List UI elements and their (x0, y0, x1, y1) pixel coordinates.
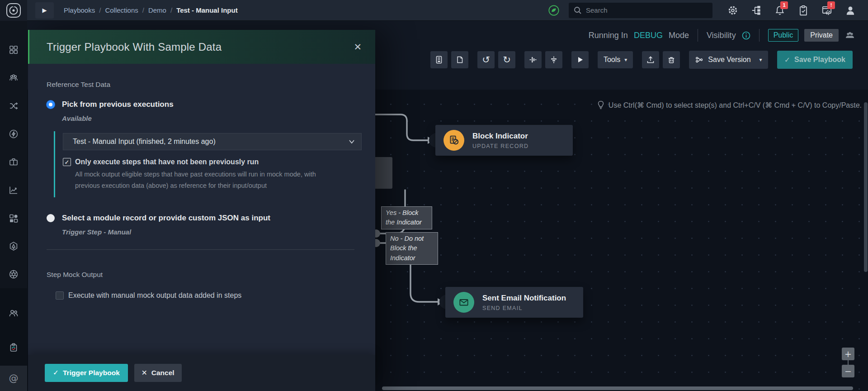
execution-select-value: Test - Manual Input (finished, 2 minutes… (73, 138, 216, 146)
cancel-button[interactable]: ✕ Cancel (134, 364, 182, 382)
global-search (569, 3, 712, 18)
previous-execution-section: Test - Manual Input (finished, 2 minutes… (54, 131, 354, 197)
system-settings-icon[interactable]: ! (821, 5, 833, 16)
checkbox-checked-icon[interactable]: ✓ (63, 158, 71, 166)
checkbox-mock-output[interactable]: Execute with manual mock output data add… (56, 291, 354, 300)
at-icon: @ (9, 373, 19, 384)
modal-title: Trigger Playbook With Sample Data (47, 41, 354, 53)
node-subtitle: UPDATE RECORD (472, 143, 528, 149)
trigger-step-manual-label: Trigger Step - Manual (62, 228, 354, 236)
dashboard-icon (8, 44, 19, 55)
sidebar-item-connectors[interactable] (0, 232, 27, 260)
notifications-bell-icon[interactable]: 1 (774, 5, 786, 16)
sidebar-item-mentions[interactable]: @ (0, 366, 27, 391)
recycle-bin-icon (8, 342, 19, 353)
send-email-icon (453, 292, 474, 313)
edge-label-yes[interactable]: Yes - Block the Indicator (381, 206, 432, 229)
sidebar-item-playbooks[interactable] (0, 92, 27, 120)
app-logo[interactable] (0, 0, 27, 21)
close-icon: ✕ (142, 369, 147, 377)
zoom-controls: + − (842, 348, 854, 377)
trigger-playbook-button-label: Trigger Playbook (63, 369, 120, 377)
available-label: Available (62, 114, 354, 122)
close-icon[interactable]: ✕ (354, 42, 362, 52)
radio-unselected-icon[interactable] (47, 214, 55, 222)
plus-icon: + (844, 349, 852, 359)
collapse-panel-button[interactable]: ▶ (35, 2, 54, 19)
breadcrumb: Playbooks / Collections / Demo / Test - … (64, 6, 238, 14)
node-title: Block Indicator (472, 132, 528, 141)
checkbox-help-text: All mock output eligible steps that have… (75, 169, 341, 191)
update-record-icon (443, 130, 464, 151)
section-divider (47, 249, 354, 250)
user-avatar-icon[interactable] (844, 5, 856, 16)
radio-selected-icon[interactable] (47, 100, 55, 109)
sidebar-item-automation[interactable] (0, 120, 27, 148)
sidebar-item-widgets[interactable] (0, 204, 27, 232)
wheel-icon (8, 269, 19, 280)
breadcrumb-collections[interactable]: Collections (105, 6, 138, 14)
tasks-clipboard-icon[interactable] (797, 5, 809, 16)
modal-header: Trigger Playbook With Sample Data ✕ (28, 30, 375, 64)
crowd-icon (8, 72, 19, 83)
radio-module-record[interactable]: Select a module record or provide custom… (47, 214, 354, 223)
users-icon (8, 308, 19, 319)
briefcase-icon (8, 157, 19, 167)
minus-icon: − (844, 366, 852, 376)
checkbox-mock-output-label: Execute with manual mock output data add… (68, 291, 241, 300)
partially-hidden-step[interactable] (375, 157, 392, 189)
node-title: Sent Email Notification (482, 294, 566, 303)
breadcrumb-separator: / (99, 6, 101, 14)
trigger-playbook-modal: Trigger Playbook With Sample Data ✕ Refe… (28, 30, 375, 391)
sidebar-item-settings-wheel[interactable] (0, 260, 27, 288)
sidebar-item-reports[interactable] (0, 176, 27, 204)
vertical-scrollbar[interactable] (864, 102, 868, 272)
notification-badge: 1 (780, 1, 788, 9)
breadcrumb-demo[interactable]: Demo (148, 6, 166, 14)
check-icon: ✓ (53, 369, 59, 377)
search-input[interactable] (569, 3, 712, 18)
modal-footer: ✓ Trigger Playbook ✕ Cancel (28, 355, 375, 391)
breadcrumb-current: Test - Manual Input (176, 6, 238, 14)
radio-previous-executions[interactable]: Pick from previous executions (47, 100, 354, 109)
step-node-block-indicator[interactable]: Block Indicator UPDATE RECORD (435, 125, 573, 156)
node-subtitle: SEND EMAIL (482, 305, 566, 311)
trigger-playbook-button[interactable]: ✓ Trigger Playbook (45, 364, 128, 382)
modal-body: Reference Test Data Pick from previous e… (28, 64, 375, 300)
top-bar: ▶ Playbooks / Collections / Demo / Test … (0, 0, 868, 21)
sidebar-item-recycle-bin[interactable] (0, 334, 27, 362)
settings-gear-icon[interactable] (727, 5, 739, 16)
horizontal-scrollbar[interactable] (382, 386, 853, 390)
breadcrumb-separator: / (170, 6, 172, 14)
search-icon (573, 6, 582, 15)
lightning-circle-icon (8, 129, 19, 139)
breadcrumb-separator: / (142, 6, 144, 14)
radio-previous-executions-label: Pick from previous executions (62, 100, 174, 109)
hexagon-connector-icon (8, 241, 19, 252)
edge-label-no[interactable]: No - Do not Block the Indicator (386, 232, 438, 265)
checkbox-only-execute-label: Only execute steps that have not been pr… (75, 158, 259, 166)
sidebar-item-cases[interactable] (0, 148, 27, 176)
play-icon: ▶ (42, 7, 47, 14)
sidebar-item-incidents[interactable] (0, 64, 27, 92)
zoom-out-button[interactable]: − (842, 365, 854, 377)
chevron-down-icon (349, 139, 355, 144)
hierarchy-icon[interactable] (750, 5, 762, 16)
step-mock-output-label: Step Mock Output (47, 271, 354, 279)
checkbox-unchecked-icon[interactable] (56, 291, 64, 300)
radio-module-record-label: Select a module record or provide custom… (62, 214, 270, 223)
checkbox-only-execute[interactable]: ✓ Only execute steps that have not been … (63, 158, 354, 166)
zoom-in-button[interactable]: + (842, 348, 854, 360)
execution-select[interactable]: Test - Manual Input (finished, 2 minutes… (63, 133, 362, 150)
system-alert-badge: ! (827, 1, 835, 9)
reference-test-data-label: Reference Test Data (47, 81, 354, 89)
step-node-sent-email[interactable]: Sent Email Notification SEND EMAIL (445, 287, 583, 318)
sidebar-item-users[interactable] (0, 299, 27, 327)
sidebar-item-dashboard[interactable] (0, 36, 27, 64)
cancel-button-label: Cancel (151, 369, 175, 377)
breadcrumb-playbooks[interactable]: Playbooks (64, 6, 95, 14)
widgets-icon (8, 213, 19, 224)
system-health-icon[interactable] (548, 5, 560, 16)
logo-icon (5, 2, 22, 19)
shuffle-icon (8, 100, 19, 111)
